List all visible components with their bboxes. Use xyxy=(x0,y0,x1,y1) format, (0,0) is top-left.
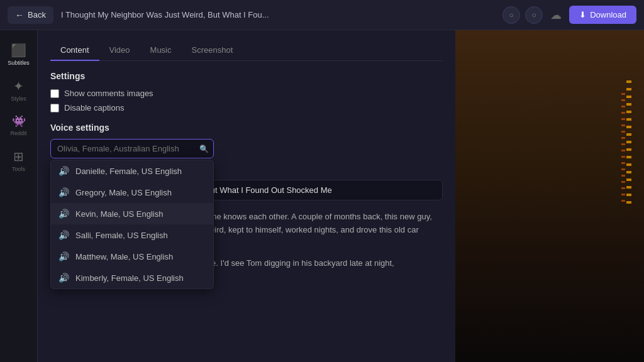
download-button[interactable]: ⬇ Download xyxy=(569,6,636,24)
speaker-icon-kimberly: 🔊 xyxy=(58,273,69,283)
voice-option-matthew[interactable]: 🔊 Matthew, Male, US English xyxy=(51,246,213,267)
back-label: Back xyxy=(28,10,46,19)
settings-title: Settings xyxy=(50,71,443,81)
speaker-icon-salli: 🔊 xyxy=(58,230,69,240)
tab-video[interactable]: Video xyxy=(99,40,140,61)
tab-screenshot[interactable]: Screenshot xyxy=(182,40,243,61)
icon-btn-1[interactable]: ○ xyxy=(502,6,520,24)
voice-option-label: Danielle, Female, US English xyxy=(75,167,182,176)
video-preview-inner xyxy=(455,30,644,362)
voice-dropdown: 🔊 Danielle, Female, US English 🔊 Gregory… xyxy=(50,160,214,289)
styles-icon: ✦ xyxy=(13,79,24,94)
search-icon: 🔍 xyxy=(199,145,209,153)
wall-decor xyxy=(455,30,644,362)
voice-option-salli[interactable]: 🔊 Salli, Female, US English xyxy=(51,224,213,246)
back-arrow-icon: ← xyxy=(15,10,24,20)
cloud-icon: ☁ xyxy=(550,9,562,21)
voice-option-kimberly[interactable]: 🔊 Kimberly, Female, US English xyxy=(51,267,213,288)
disable-captions-row: Disable captions xyxy=(50,103,443,112)
sidebar-item-tools[interactable]: ⊞ Tools xyxy=(3,144,35,177)
video-preview xyxy=(455,30,644,362)
download-icon: ⬇ xyxy=(579,10,586,19)
show-comments-label: Show comments images xyxy=(64,89,153,98)
lights-decor xyxy=(626,80,631,206)
show-comments-checkbox[interactable] xyxy=(50,89,59,98)
sidebar-item-styles[interactable]: ✦ Styles xyxy=(3,74,35,107)
voice-option-danielle[interactable]: 🔊 Danielle, Female, US English xyxy=(51,160,213,182)
voice-settings-title: Voice settings xyxy=(50,123,443,133)
tab-music[interactable]: Music xyxy=(140,40,182,61)
sidebar-label-styles: Styles xyxy=(11,96,26,102)
voice-option-label: Gregory, Male, US English xyxy=(75,188,172,197)
voice-option-label: Matthew, Male, US English xyxy=(75,252,173,261)
topbar-icons: ○ ○ ☁ ⬇ Download xyxy=(502,6,636,25)
sidebar-item-subtitles[interactable]: ⬛ Subtitles xyxy=(3,38,35,71)
lights-decor-2 xyxy=(621,93,625,206)
circle-icon-1: ○ xyxy=(509,11,514,19)
speaker-icon-matthew: 🔊 xyxy=(58,251,69,261)
topbar: ← Back I Thought My Neighbor Was Just We… xyxy=(0,0,644,30)
main-layout: ⬛ Subtitles ✦ Styles 👾 Reddit ⊞ Tools Co… xyxy=(0,30,644,362)
page-title: I Thought My Neighbor Was Just Weird, Bu… xyxy=(61,10,495,19)
circle-icon-2: ○ xyxy=(532,11,536,19)
voice-search-input[interactable] xyxy=(50,139,214,158)
tabs-bar: Content Video Music Screenshot xyxy=(50,40,443,61)
voice-option-gregory[interactable]: 🔊 Gregory, Male, US English xyxy=(51,182,213,203)
disable-captions-label: Disable captions xyxy=(64,103,124,112)
tab-content[interactable]: Content xyxy=(50,40,99,61)
content-area: Content Video Music Screenshot Settings … xyxy=(38,30,455,362)
speaker-icon-gregory: 🔊 xyxy=(58,187,69,197)
sidebar: ⬛ Subtitles ✦ Styles 👾 Reddit ⊞ Tools xyxy=(0,30,38,362)
voice-option-label: Kimberly, Female, US English xyxy=(75,273,184,283)
sidebar-label-reddit: Reddit xyxy=(10,130,26,136)
disable-captions-checkbox[interactable] xyxy=(50,104,59,112)
speaker-icon-kevin: 🔊 xyxy=(58,209,69,219)
sidebar-label-tools: Tools xyxy=(12,166,25,172)
show-comments-row: Show comments images xyxy=(50,89,443,98)
back-button[interactable]: ← Back xyxy=(8,6,53,24)
voice-option-kevin[interactable]: 🔊 Kevin, Male, US English xyxy=(51,203,213,224)
speaker-icon-danielle: 🔊 xyxy=(58,166,69,176)
voice-search-wrapper: 🔍 xyxy=(50,139,214,158)
sidebar-item-reddit[interactable]: 👾 Reddit xyxy=(3,109,35,141)
cloud-button[interactable]: ☁ xyxy=(548,6,564,25)
voice-search-container: 🔍 🔊 Danielle, Female, US English 🔊 Grego… xyxy=(50,139,214,158)
sidebar-label-subtitles: Subtitles xyxy=(8,60,30,66)
reddit-icon: 👾 xyxy=(12,114,26,128)
subtitles-icon: ⬛ xyxy=(11,43,26,58)
tools-icon: ⊞ xyxy=(13,149,24,164)
voice-option-label: Kevin, Male, US English xyxy=(75,209,163,219)
voice-option-label: Salli, Female, US English xyxy=(75,231,168,240)
icon-btn-2[interactable]: ○ xyxy=(525,6,543,24)
